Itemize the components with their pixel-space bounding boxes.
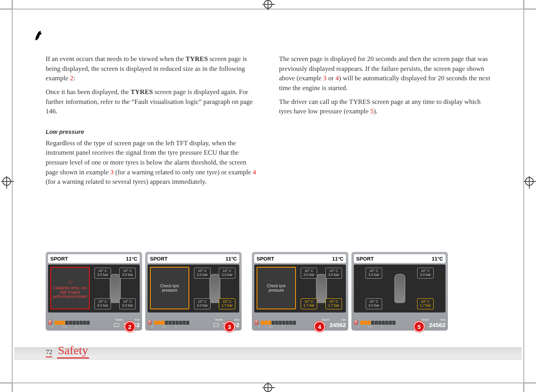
warning-box: ♨ Catalysts temp. too high Engine perfor… bbox=[50, 267, 90, 309]
fuel-segment bbox=[392, 321, 396, 325]
fuel-gauge: ⛽ 01/21 bbox=[48, 320, 90, 328]
right-column: The screen page is displayed for 20 seco… bbox=[279, 54, 490, 191]
fuel-segment bbox=[375, 321, 378, 325]
fuel-segment bbox=[154, 321, 157, 325]
fuel-segment bbox=[58, 321, 61, 325]
fuel-tick: 0 bbox=[258, 325, 260, 328]
kmh-label: Km/h bbox=[421, 318, 429, 322]
example-ref: 4 bbox=[336, 74, 339, 82]
tyre-rr: 10° C1.7 bar bbox=[417, 298, 434, 309]
fuel-segment bbox=[62, 321, 65, 325]
fuel-segment bbox=[179, 321, 182, 325]
fuel-segment bbox=[168, 321, 172, 325]
example-number-badge: 2 bbox=[124, 321, 135, 332]
fuel-tick: 1 bbox=[381, 325, 383, 328]
example-ref: 5 bbox=[370, 107, 374, 115]
page-document: If an event occurs that needs to be view… bbox=[14, 10, 522, 382]
tyre-area: 10° C3.0 bar10° C3.0 bar10° C1.7 bar10° … bbox=[298, 264, 344, 312]
paragraph: The driver can call up the TYRES screen … bbox=[279, 97, 490, 116]
paragraph: If an event occurs that needs to be view… bbox=[46, 54, 257, 83]
fuel-segment bbox=[364, 321, 367, 325]
fuel-segment bbox=[360, 321, 364, 325]
kmh-label: Km/h bbox=[215, 318, 223, 322]
fuel-segment bbox=[55, 321, 58, 325]
fuel-segment bbox=[261, 321, 264, 325]
screen-header: SPORT 11°C bbox=[48, 254, 140, 263]
fuel-segment bbox=[289, 321, 292, 325]
kmh-label: Km/h bbox=[322, 318, 329, 322]
fuel-pump-icon: ⛽ bbox=[254, 320, 260, 325]
screen-footer: ⛽ 01/21 Km/hKm 24562 bbox=[354, 316, 445, 328]
paragraph: Once it has been displayed, the TYRES sc… bbox=[46, 87, 257, 116]
text: The driver can call up the TYRES screen … bbox=[279, 98, 481, 115]
tyre-area: 10° C3.0 bar10° C3.0 bar10° C3.0 bar10° … bbox=[92, 264, 138, 312]
drive-mode: SPORT bbox=[50, 256, 68, 262]
tyre-area: 10° C3.0 bar10° C3.0 bar10° C3.0 bar10° … bbox=[354, 264, 445, 312]
screen-body: Check tyre pressure 10° C3.0 bar10° C3.0… bbox=[254, 264, 346, 312]
fuel-segment bbox=[65, 321, 68, 325]
fuel-segment bbox=[87, 321, 90, 325]
fuel-pump-icon: ⛽ bbox=[148, 320, 153, 325]
fuel-segment bbox=[165, 321, 168, 325]
tyre-fr: 10° C3.0 bar bbox=[417, 268, 434, 279]
fuel-gauge: ⛽ 01/21 bbox=[254, 320, 296, 328]
fuel-tick: 1 bbox=[282, 325, 283, 328]
warning-box: Check tyre pressure bbox=[150, 267, 189, 309]
fuel-tick: 1 bbox=[175, 325, 177, 328]
example-number-badge: 3 bbox=[224, 321, 235, 332]
fuel-tick: 0 bbox=[152, 325, 153, 328]
text: or bbox=[327, 74, 336, 82]
text-columns: If an event occurs that needs to be view… bbox=[14, 54, 522, 191]
fuel-segment bbox=[378, 321, 381, 325]
subheading-low-pressure: Low pressure bbox=[46, 128, 257, 136]
tick bbox=[0, 9, 12, 9]
section-title: Safety bbox=[57, 344, 89, 359]
warning-text: Check tyre pressure bbox=[152, 284, 187, 292]
tft-screen-2: SPORT 11°C ♨ Catalysts temp. too high En… bbox=[46, 252, 142, 331]
km-label: Km bbox=[235, 318, 239, 322]
fuel-tick: 1/2 bbox=[162, 325, 166, 328]
fuel-segment bbox=[268, 321, 271, 325]
fuel-segment bbox=[172, 321, 175, 325]
tick bbox=[523, 383, 524, 392]
example-number-badge: 4 bbox=[314, 321, 325, 332]
text: Once it has been displayed, the bbox=[46, 88, 131, 96]
outside-temp: 11°C bbox=[225, 256, 237, 262]
example-ref: 4 bbox=[253, 168, 256, 176]
fuel-segment bbox=[272, 321, 275, 325]
tyre-area: 10° C3.0 bar10° C3.0 bar10° C3.0 bar10° … bbox=[192, 264, 238, 312]
screen-body: Check tyre pressure 10° C3.0 bar10° C3.0… bbox=[148, 264, 239, 312]
fuel-tick: 0 bbox=[358, 325, 359, 328]
fuel-tick: 0 bbox=[52, 325, 54, 328]
tick bbox=[524, 9, 536, 9]
tyre-rl: 10° C3.0 bar bbox=[194, 298, 211, 309]
fuel-segment bbox=[183, 321, 186, 325]
drive-mode: SPORT bbox=[257, 256, 274, 262]
tft-screen-3: SPORT 11°C Check tyre pressure 10° C3.0 … bbox=[145, 252, 242, 331]
kmh-label: Km/h bbox=[116, 318, 123, 322]
crop-left bbox=[12, 0, 13, 392]
example-ref: 3 bbox=[110, 168, 114, 176]
warning-text: Catalysts temp. too high Engine performa… bbox=[53, 286, 87, 299]
tyre-fr: 10° C3.0 bar bbox=[325, 268, 342, 279]
km-label: Km bbox=[341, 318, 346, 322]
door-icon bbox=[213, 323, 219, 327]
tft-screen-4: SPORT 11°C Check tyre pressure 10° C3.0 … bbox=[252, 252, 348, 331]
text-bold: TYRES bbox=[131, 88, 153, 96]
drive-mode: SPORT bbox=[150, 256, 168, 262]
brand-logo-icon bbox=[34, 29, 44, 44]
text: ). bbox=[373, 107, 377, 115]
footer-bar bbox=[14, 348, 522, 359]
screen-body: 10° C3.0 bar10° C3.0 bar10° C3.0 bar10° … bbox=[354, 264, 445, 312]
fuel-tick: 1/2 bbox=[268, 325, 273, 328]
fuel-segment bbox=[389, 321, 392, 325]
tyre-fl: 10° C3.0 bar bbox=[366, 268, 382, 279]
fuel-segment bbox=[264, 321, 268, 325]
fuel-segment bbox=[72, 321, 76, 325]
warning-icon: ♨ bbox=[53, 277, 87, 285]
fuel-segment bbox=[371, 321, 374, 325]
tick bbox=[524, 383, 536, 383]
screen-header: SPORT 11°C bbox=[254, 254, 346, 263]
tyre-rr: 10° C3.0 bar bbox=[119, 298, 136, 309]
fuel-segment bbox=[158, 321, 161, 325]
